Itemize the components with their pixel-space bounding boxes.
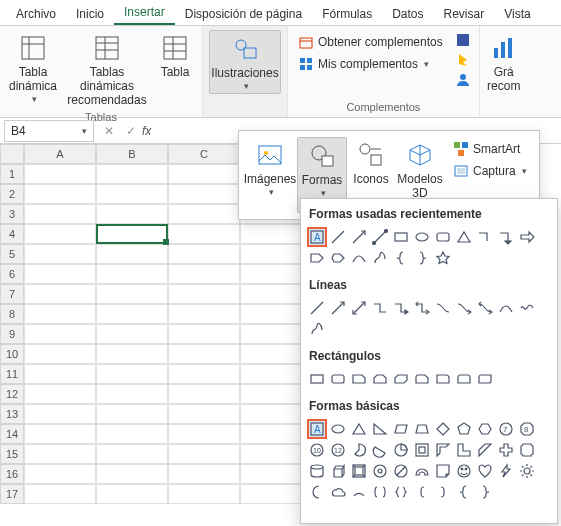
tab-vista[interactable]: Vista (494, 3, 540, 25)
shape-lightning[interactable] (496, 461, 516, 481)
shape-cube[interactable] (328, 461, 348, 481)
shape-parallelogram[interactable] (391, 419, 411, 439)
shape-block-arc[interactable] (412, 461, 432, 481)
cell[interactable] (24, 384, 96, 404)
row-header[interactable]: 17 (0, 484, 24, 504)
shape-triangle[interactable] (349, 419, 369, 439)
cell[interactable] (24, 444, 96, 464)
shape-no-symbol[interactable] (391, 461, 411, 481)
shape-plaque[interactable] (517, 440, 537, 460)
cell[interactable] (96, 164, 168, 184)
shape-half-frame[interactable] (433, 440, 453, 460)
cell[interactable] (168, 184, 240, 204)
cell[interactable] (96, 224, 168, 244)
shape-dodecagon[interactable]: 12 (328, 440, 348, 460)
cell[interactable] (24, 284, 96, 304)
shape-elbow[interactable] (475, 227, 495, 247)
row-header[interactable]: 16 (0, 464, 24, 484)
shape-left-brace[interactable] (454, 482, 474, 502)
shape-rounded-rect[interactable] (433, 227, 453, 247)
accept-formula-button[interactable]: ✓ (120, 120, 142, 142)
bing-icon[interactable] (455, 52, 471, 68)
select-all-corner[interactable] (0, 144, 24, 164)
cell[interactable] (24, 264, 96, 284)
pivot-table-button[interactable]: Tabla dinámica▾ (6, 30, 60, 106)
shape-scribble[interactable] (307, 319, 327, 339)
shape-arc[interactable] (349, 482, 369, 502)
row-header[interactable]: 1 (0, 164, 24, 184)
cell[interactable] (168, 204, 240, 224)
cell[interactable] (96, 424, 168, 444)
shape-folded-corner[interactable] (433, 461, 453, 481)
shape-left-bracket[interactable] (412, 482, 432, 502)
cell[interactable] (168, 264, 240, 284)
shape-frame[interactable] (412, 440, 432, 460)
shape-can[interactable] (307, 461, 327, 481)
table-button[interactable]: Tabla (154, 30, 196, 82)
shape-curved-arrow-connector[interactable] (454, 298, 474, 318)
cell[interactable] (24, 464, 96, 484)
cell[interactable] (96, 204, 168, 224)
shape-connector[interactable] (370, 227, 390, 247)
row-header[interactable]: 3 (0, 204, 24, 224)
cell[interactable] (24, 244, 96, 264)
shape-freeform-tool[interactable] (517, 298, 537, 318)
shape-snip-diag[interactable] (391, 369, 411, 389)
shape-trapezoid[interactable] (412, 419, 432, 439)
cell[interactable] (24, 164, 96, 184)
row-header[interactable]: 6 (0, 264, 24, 284)
cell[interactable] (96, 384, 168, 404)
cell[interactable] (168, 444, 240, 464)
shape-rectangle[interactable] (391, 227, 411, 247)
shape-diamond[interactable] (433, 419, 453, 439)
cell[interactable] (96, 184, 168, 204)
shape-elbow-double-arrow[interactable] (412, 298, 432, 318)
row-header[interactable]: 7 (0, 284, 24, 304)
cell[interactable] (96, 344, 168, 364)
shape-brace-left[interactable] (391, 248, 411, 268)
shape-donut[interactable] (370, 461, 390, 481)
people-icon[interactable] (455, 72, 471, 88)
shape-right-bracket[interactable] (433, 482, 453, 502)
row-header[interactable]: 15 (0, 444, 24, 464)
cell[interactable] (24, 324, 96, 344)
shape-snip-single[interactable] (349, 369, 369, 389)
shape-brace-right[interactable] (412, 248, 432, 268)
cell[interactable] (168, 164, 240, 184)
shape-chord[interactable] (370, 440, 390, 460)
row-header[interactable]: 2 (0, 184, 24, 204)
shape-freeform[interactable] (370, 248, 390, 268)
shape-right-triangle[interactable] (370, 419, 390, 439)
tab-disposicion[interactable]: Disposición de página (175, 3, 312, 25)
tab-archivo[interactable]: Archivo (6, 3, 66, 25)
shape-star[interactable] (433, 248, 453, 268)
cell[interactable] (24, 184, 96, 204)
shape-round-diag[interactable] (475, 369, 495, 389)
cancel-formula-button[interactable]: ✕ (98, 120, 120, 142)
shape-line[interactable] (328, 227, 348, 247)
screenshot-button[interactable]: Captura ▾ (451, 161, 529, 181)
shape-cross[interactable] (496, 440, 516, 460)
cell[interactable] (168, 424, 240, 444)
shape-decagon[interactable]: 10 (307, 440, 327, 460)
shape-triangle[interactable] (454, 227, 474, 247)
cell[interactable] (24, 404, 96, 424)
cell[interactable] (168, 324, 240, 344)
col-header[interactable]: C (168, 144, 240, 164)
shape-arrow-right[interactable] (517, 227, 537, 247)
shape-textbox[interactable]: A (307, 419, 327, 439)
shape-elbow-connector[interactable] (370, 298, 390, 318)
images-button[interactable]: Imágenes▾ (245, 137, 295, 213)
shape-double-brace[interactable] (391, 482, 411, 502)
shape-elbow-arrow[interactable] (496, 227, 516, 247)
shapes-gallery[interactable]: Formas usadas recientemente A Líneas (300, 198, 558, 524)
name-box[interactable]: B4 ▾ (4, 120, 94, 142)
shape-pie[interactable] (349, 440, 369, 460)
shape-line-arrow[interactable] (328, 298, 348, 318)
fx-label[interactable]: fx (142, 124, 164, 138)
my-addins-button[interactable]: Mis complementos ▾ (294, 54, 447, 74)
shape-oval[interactable] (412, 227, 432, 247)
cell[interactable] (168, 284, 240, 304)
cell[interactable] (168, 224, 240, 244)
shape-sun[interactable] (517, 461, 537, 481)
